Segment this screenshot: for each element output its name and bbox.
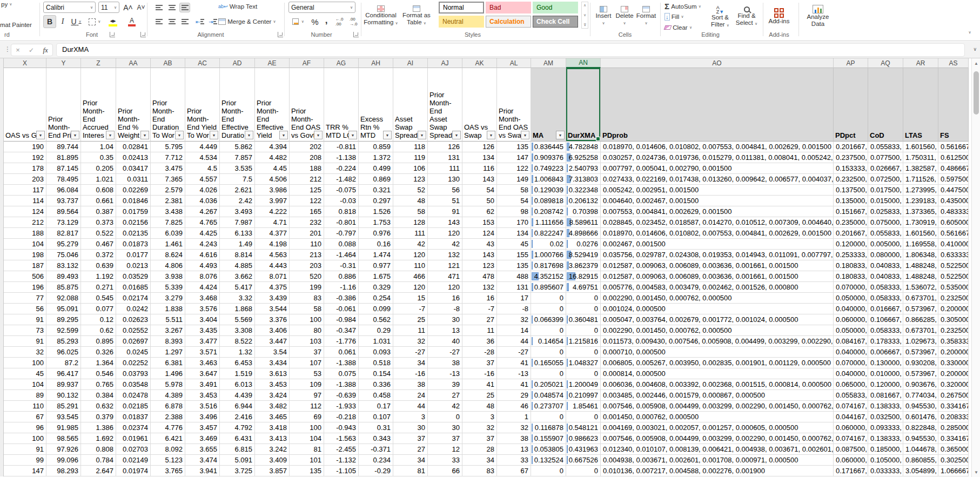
borders-button[interactable]: ∨ bbox=[86, 16, 103, 27]
cell-AN-7[interactable]: 0.70398 bbox=[566, 206, 601, 217]
cell-AL-7[interactable]: 98 bbox=[497, 206, 531, 217]
cell-AB-30[interactable]: 5.123 bbox=[151, 455, 185, 466]
cell-AA-30[interactable]: 0.02149 bbox=[116, 455, 151, 466]
cell-AG-13[interactable]: 0.886 bbox=[324, 271, 359, 282]
cell-AC-18[interactable]: 3.435 bbox=[185, 325, 220, 336]
wrap-text-button[interactable]: ab↩ Wrap Text bbox=[218, 3, 257, 10]
cell-Z-1[interactable]: 1.04 bbox=[81, 142, 116, 152]
formula-input[interactable]: DurXMA bbox=[56, 43, 965, 57]
cell-X-13[interactable]: 506 bbox=[4, 271, 46, 282]
cell-AS-17[interactable]: 0.305000, bbox=[938, 314, 969, 325]
cell-AI-17[interactable]: 25 bbox=[393, 314, 428, 325]
cell-Y-14[interactable]: 85.875 bbox=[46, 282, 81, 293]
cell-AR-10[interactable]: 1.169558, bbox=[903, 239, 938, 250]
cell-AJ-24[interactable]: 27 bbox=[428, 390, 462, 401]
cell-AK-19[interactable]: 36 bbox=[462, 336, 497, 347]
cell-AC-8[interactable]: 4.765 bbox=[185, 217, 220, 228]
decrease-font-size-button[interactable]: A˅ bbox=[135, 2, 147, 13]
filter-button-Y[interactable]: ▼ bbox=[71, 131, 79, 139]
cell-AA-25[interactable]: 0.02185 bbox=[116, 401, 151, 412]
column-header-Y[interactable]: Prior Month-End Pri▼ bbox=[46, 68, 81, 142]
column-header-AI[interactable]: Asset Swap Spread▼ bbox=[393, 68, 428, 142]
cell-AG-3[interactable]: -0.224 bbox=[324, 163, 359, 174]
cell-AQ-14[interactable]: 0.058333, bbox=[868, 282, 903, 293]
cell-Y-7[interactable]: 89.564 bbox=[46, 206, 81, 217]
cell-AI-14[interactable]: 120 bbox=[393, 282, 428, 293]
fill-color-button[interactable]: ◂▸ bbox=[104, 15, 122, 28]
filter-button-AB[interactable]: ▼ bbox=[175, 131, 184, 139]
styles-gallery-scroll[interactable]: ∧ ∨ ⊽ bbox=[581, 2, 588, 29]
cell-AG-24[interactable]: -0.639 bbox=[324, 390, 359, 401]
cell-AE-1[interactable]: 4.394 bbox=[255, 142, 290, 152]
cell-AM-22[interactable]: 0 bbox=[531, 368, 566, 379]
cell-AP-14[interactable]: 0.070000, bbox=[834, 282, 868, 293]
cell-AP-16[interactable]: 0.040000, bbox=[834, 304, 868, 314]
cell-AG-17[interactable]: -0.984 bbox=[324, 314, 359, 325]
cell-AB-8[interactable]: 7.825 bbox=[151, 217, 185, 228]
cell-AK-30[interactable]: 34 bbox=[462, 455, 497, 466]
column-letter-AE[interactable]: AE bbox=[255, 58, 290, 68]
cell-AD-22[interactable]: 1.519 bbox=[220, 368, 255, 379]
cell-AH-5[interactable]: 0.321 bbox=[359, 185, 393, 196]
cell-AC-28[interactable]: 3.469 bbox=[185, 433, 220, 444]
cell-AB-28[interactable]: 6.421 bbox=[151, 433, 185, 444]
cell-AF-18[interactable]: 80 bbox=[290, 325, 324, 336]
bold-button[interactable]: B bbox=[43, 15, 56, 28]
cell-Z-15[interactable]: 0.545 bbox=[81, 293, 116, 304]
cell-AL-2[interactable]: 147 bbox=[497, 152, 531, 163]
column-letter-AG[interactable]: AG bbox=[324, 58, 359, 68]
cell-AD-7[interactable]: 3.493 bbox=[220, 206, 255, 217]
cell-AR-14[interactable]: 1.536072, bbox=[903, 282, 938, 293]
cell-AH-19[interactable]: 1.031 bbox=[359, 336, 393, 347]
style-chip-good[interactable]: Good bbox=[533, 2, 578, 14]
cell-AH-18[interactable]: 0.29 bbox=[359, 325, 393, 336]
cell-AI-4[interactable]: 123 bbox=[393, 174, 428, 185]
cell-AS-11[interactable]: 0.633333, bbox=[938, 250, 969, 260]
cell-AK-31[interactable]: 83 bbox=[462, 466, 497, 476]
cell-AQ-21[interactable]: 0.130000, bbox=[868, 358, 903, 368]
cell-AJ-19[interactable]: 40 bbox=[428, 336, 462, 347]
cell-AA-10[interactable]: 0.01873 bbox=[116, 239, 151, 250]
cell-AD-24[interactable]: 4.439 bbox=[220, 390, 255, 401]
cell-AS-10[interactable]: 0.410000, bbox=[938, 239, 969, 250]
alignment-dialog-launcher-icon[interactable] bbox=[278, 32, 283, 37]
cell-X-20[interactable]: 32 bbox=[4, 347, 46, 358]
cell-AA-31[interactable]: 0.01974 bbox=[116, 466, 151, 476]
cell-Y-22[interactable]: 96.417 bbox=[46, 368, 81, 379]
cell-AR-23[interactable]: 0.903676, bbox=[903, 379, 938, 390]
cell-AN-28[interactable]: 0.986623 bbox=[566, 433, 601, 444]
cell-AB-7[interactable]: 3.438 bbox=[151, 206, 185, 217]
cell-AL-6[interactable]: 54 bbox=[497, 196, 531, 206]
cell-AQ-6[interactable]: 0.015000, bbox=[868, 196, 903, 206]
cell-AP-3[interactable]: 0.153333, bbox=[834, 163, 868, 174]
cell-AS-28[interactable]: 0.334167, bbox=[938, 433, 969, 444]
cell-Z-2[interactable]: 0.35 bbox=[81, 152, 116, 163]
cell-AH-6[interactable]: 0.297 bbox=[359, 196, 393, 206]
cell-Y-3[interactable]: 87.145 bbox=[46, 163, 81, 174]
cell-AA-27[interactable]: 0.02374 bbox=[116, 422, 151, 433]
cell-X-29[interactable]: 91 bbox=[4, 444, 46, 455]
cell-X-3[interactable]: 178 bbox=[4, 163, 46, 174]
cell-AK-12[interactable]: 123 bbox=[462, 260, 497, 271]
cell-AD-23[interactable]: 6.013 bbox=[220, 379, 255, 390]
cell-X-21[interactable]: 100 bbox=[4, 358, 46, 368]
cell-AQ-20[interactable]: 0.006667, bbox=[868, 347, 903, 358]
cell-AC-1[interactable]: 4.449 bbox=[185, 142, 220, 152]
cell-AQ-17[interactable]: 0.106667, bbox=[868, 314, 903, 325]
cell-AI-5[interactable]: 52 bbox=[393, 185, 428, 196]
cell-AJ-17[interactable]: 30 bbox=[428, 314, 462, 325]
cell-AR-21[interactable]: 0.930208, bbox=[903, 358, 938, 368]
cell-AM-4[interactable]: 1.006843 bbox=[531, 174, 566, 185]
cell-AN-18[interactable]: 0 bbox=[566, 325, 601, 336]
cell-AF-20[interactable]: 37 bbox=[290, 347, 324, 358]
cell-AO-6[interactable]: 0.004640, 0.002467, 0.001500 bbox=[601, 196, 834, 206]
cell-AE-20[interactable]: 3.54 bbox=[255, 347, 290, 358]
font-color-button[interactable]: A bbox=[123, 15, 140, 28]
column-header-AN[interactable]: DurXMA bbox=[566, 68, 601, 142]
cell-AH-26[interactable]: 0.107 bbox=[359, 412, 393, 422]
cell-AS-14[interactable]: 0.535000, bbox=[938, 282, 969, 293]
cell-AM-8[interactable]: 1.111656 bbox=[531, 217, 566, 228]
cell-X-28[interactable]: 100 bbox=[4, 433, 46, 444]
cell-Z-27[interactable]: 1.386 bbox=[81, 422, 116, 433]
cell-Z-18[interactable]: 0.62 bbox=[81, 325, 116, 336]
